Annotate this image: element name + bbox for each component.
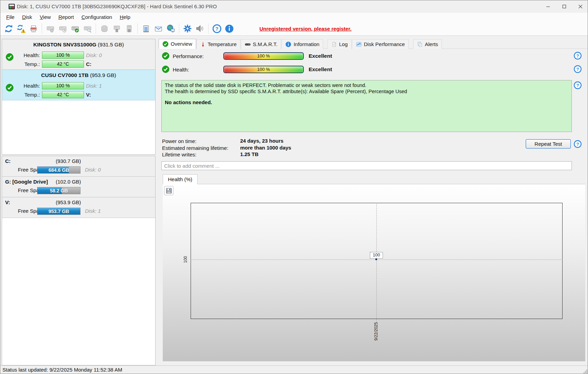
menu-view[interactable]: View [36,13,54,22]
drive-icon [245,41,251,47]
disk-search-icon [83,24,92,33]
toolbar-separator [179,23,179,34]
disk-number: Disk: 0 [85,167,101,173]
chart-y-tick-label: 100 [183,252,189,267]
disk-ok-icon [6,53,14,61]
chart-tab-health[interactable]: Health (%) [163,174,197,184]
disk-row-cusu-selected[interactable]: CUSU CV7000 1TB (953.9 GB) Health: 100 %… [2,70,155,100]
status-bar-text: Status last updated: 9/22/2025 Monday 11… [2,366,122,374]
refresh-alert-button[interactable] [15,23,27,34]
title-bar[interactable]: Disk: 1, CUSU CV7000 1TB [30B5G23II690KQ… [0,0,588,13]
information-icon [285,41,291,47]
temp-bar: 42 °C [42,60,84,68]
disk-detect-button[interactable] [44,23,56,34]
performance-help-icon[interactable]: ? [574,52,582,60]
free-space-value: 684.6 GB [38,167,80,173]
report-icon [29,24,38,33]
health-chart-panel: 100 100 9/22/2025 [163,184,585,361]
overview-check-icon [162,41,169,47]
partition-list: C: (930.7 GB) Free Space 684.6 GB Disk: … [2,156,156,365]
disk-number: Disk: 0 [86,52,102,58]
tab-information[interactable]: Information [281,39,323,49]
sound-button[interactable] [194,23,206,34]
partition-row-g[interactable]: G: [Google Drive] (102.0 GB) Free Space … [2,177,155,197]
disk-row-kingston[interactable]: KINGSTON SNV3S1000G (931.5 GB) Health: 1… [2,39,155,70]
alerts-pages-icon [417,41,423,47]
tab-disk-performance[interactable]: Disk Performance [352,39,409,49]
report-button[interactable] [27,23,40,34]
refresh-icon [4,24,13,33]
minimize-button[interactable] [540,0,556,13]
notepad-icon [142,24,150,33]
partition-label: V: [5,199,10,205]
temp-label: Temp.: [17,61,40,67]
mail-button[interactable] [152,23,164,34]
tab-temperature[interactable]: Temperature [196,39,240,49]
repeat-test-button[interactable]: Repeat Test [526,139,571,148]
drive-letter: C: [86,61,92,67]
menu-bar: File Disk View Report Configuration Help [0,13,588,22]
unregistered-notice-link[interactable]: Unregistered version, please register. [259,26,352,32]
menu-configuration[interactable]: Configuration [78,13,116,22]
tab-bar: Overview Temperature S.M.A.R.T. Informat… [159,39,587,49]
disk-search-button[interactable] [81,23,94,34]
lifetime-writes-label: Lifetime writes: [162,152,196,157]
disk-number: Disk: 1 [86,83,102,89]
free-space-value: 953.7 GB [38,208,80,214]
save-floppy-icon [165,187,172,194]
save-chart-button[interactable] [164,186,173,195]
partition-size: (953.9 GB) [56,199,81,205]
disk-check-icon [71,24,79,33]
free-space-value: 58.2 GB [38,187,80,194]
status-line-2: The health is determined by SSD specific… [165,89,568,95]
disk-check-button[interactable] [69,23,81,34]
sound-icon [195,24,204,33]
health-bar: 100 % [42,52,84,59]
health-help-icon[interactable]: ? [574,65,582,73]
comment-input[interactable] [161,161,572,170]
disk-clock-button[interactable] [56,23,69,34]
help-button[interactable]: ? [211,23,223,34]
performance-bar: 100 % [223,52,304,60]
maximize-button[interactable] [556,0,572,13]
disk-offline-button[interactable] [98,23,110,34]
status-help-icon[interactable]: ? [574,81,582,89]
help-icon: ? [212,24,222,33]
disk-size: (931.5 GB) [98,42,124,47]
partition-row-c[interactable]: C: (930.7 GB) Free Space 684.6 GB Disk: … [2,156,155,177]
disk-clock-icon [58,24,67,33]
tab-overview[interactable]: Overview [159,39,196,49]
drive-letter: V: [86,92,91,98]
tab-smart[interactable]: S.M.A.R.T. [241,39,281,49]
performance-ok-icon [162,52,170,60]
application-window: Disk: 1, CUSU CV7000 1TB [30B5G23II690KQ… [0,0,588,374]
disk-name: KINGSTON SNV3S1000G [33,42,96,47]
refresh-button[interactable] [2,23,15,34]
partition-size: (930.7 GB) [56,158,81,164]
disk-name: CUSU CV7000 1TB [41,72,89,78]
performance-chart-icon [356,41,362,47]
partition-row-v[interactable]: V: (953.9 GB) Free Space 953.7 GB Disk: … [2,197,155,218]
info-button[interactable] [223,23,235,34]
health-bar: 100 % [42,82,84,89]
menu-file[interactable]: File [2,13,18,22]
disk-eject-button[interactable] [123,23,135,34]
settings-button[interactable] [181,23,194,34]
tab-log[interactable]: Log [328,39,351,49]
repeat-test-help-icon[interactable]: ? [574,140,582,148]
notepad-button[interactable] [140,23,152,34]
partition-size: (102.0 GB) [56,179,81,185]
menu-help[interactable]: Help [116,13,134,22]
network-button[interactable] [164,23,177,34]
health-ok-icon [162,65,170,73]
menu-report[interactable]: Report [55,13,78,22]
disk-list: KINGSTON SNV3S1000G (931.5 GB) Health: 1… [2,39,156,155]
app-logo-icon [9,4,15,9]
svg-text:?: ? [576,83,579,88]
temp-label: Temp.: [17,92,40,98]
close-button[interactable] [572,0,588,13]
menu-disk[interactable]: Disk [18,13,36,22]
tab-alerts[interactable]: Alerts [413,39,442,49]
disk-connect-button[interactable] [110,23,123,34]
resize-grip[interactable] [583,369,588,374]
